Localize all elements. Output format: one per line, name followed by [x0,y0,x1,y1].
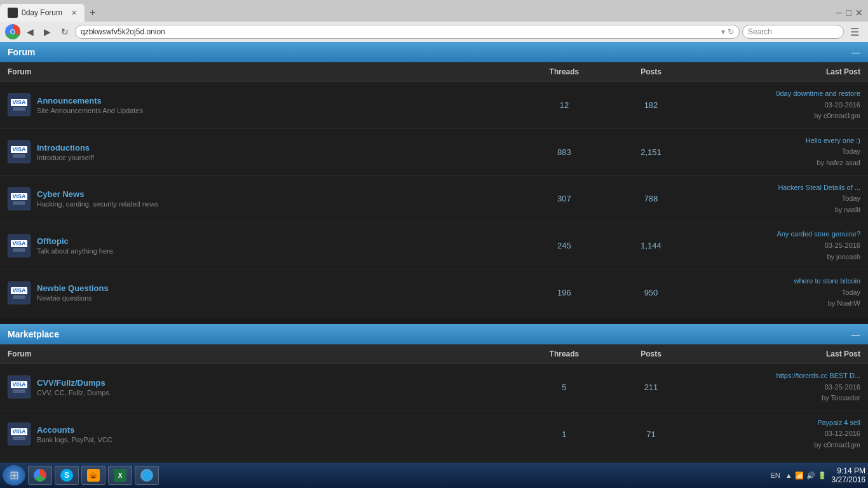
battery-icon: 🔋 [818,471,827,480]
forum-cell: VISA CVV/Fullz/Dumps CVV, CC, Fullz, Dum… [0,363,521,410]
reload-icon[interactable]: ↻ [728,27,734,36]
forward-button[interactable]: ▶ [40,25,55,38]
forum-desc: CVV, CC, Fullz, Dumps [37,389,109,396]
forum-desc: Bank logs, PayPal, VCC [37,436,112,444]
table-row: VISA CVV/Fullz/Dumps CVV, CC, Fullz, Dum… [0,363,868,410]
last-post-date: Today [702,193,860,205]
forum-name-link[interactable]: Announcements [37,96,102,105]
visa-icon: VISA [11,99,27,106]
visa-icon: VISA [11,428,27,435]
table-row: VISA Announcements Site Announcements An… [0,82,868,129]
taskbar-system-icons: ▲ 📶 🔊 🔋 [785,471,827,480]
search-placeholder: Search [748,27,772,36]
last-post-date: 03-20-2016 [702,100,860,111]
forum-info: Announcements Site Announcements And Upd… [37,96,143,114]
tab-close-button[interactable]: ✕ [71,9,77,17]
last-post-by: by c0ntrad1gm [702,111,860,122]
threads-count: 5 [521,363,608,410]
last-post-by: by hafez asad [702,158,860,169]
marketplace-table-header: Forum Threads Posts Last Post [0,344,868,364]
forum-info: Introductions Introduce yourself! [37,143,95,161]
up-arrow-icon: ▲ [785,471,792,479]
threads-count: 1 [521,410,608,458]
forum-icon: VISA [8,234,31,257]
forum-name-link[interactable]: Newbie Questions [37,283,109,293]
last-post-date: Today [702,287,860,299]
forum-name-link[interactable]: Accounts [37,425,74,435]
col-posts: Posts [607,62,695,82]
minimize-button[interactable]: ─ [836,8,843,18]
last-post-by: by c0ntrad1gm [702,440,860,451]
last-post-date: 03-25-2016 [702,382,860,393]
taskbar-time: 9:14 PM [832,466,865,475]
last-post-cell: where to store bitcoin Today by NoahW [695,269,868,316]
col-forum: Forum [0,62,521,82]
threads-count: 12 [521,82,608,129]
browser-chrome: 0day Forum ✕ + ─ □ ✕ ◀ ▶ ↻ qzbkwswfv5k2o… [0,0,868,42]
taskbar-app3-btn[interactable]: 🎃 [81,466,105,485]
posts-count: 1,144 [607,222,695,269]
forum-icon: VISA [8,423,31,445]
forum-name-link[interactable]: Offtopic [37,236,69,246]
back-button[interactable]: ◀ [23,25,37,38]
col-last-post: Last Post [695,62,868,82]
last-post-cell: Paypalz 4 sell 03-12-2016 by c0ntrad1gm [695,410,868,458]
last-post-title[interactable]: Paypalz 4 sell [702,417,860,429]
marketplace-section-collapse[interactable]: — [851,329,860,339]
forum-section-header: Forum — [0,42,868,62]
posts-count: 950 [607,269,695,316]
new-tab-button[interactable]: + [85,7,100,18]
table-row: VISA Accounts Bank logs, PayPal, VCC 1 [0,410,868,458]
address-bar[interactable]: qzbkwswfv5k2oj5d.onion ▾ ↻ [75,25,740,39]
start-button[interactable]: ⊞ [3,465,25,485]
visa-icon: VISA [11,381,27,388]
last-post-cell: Any carded store genuine? 03-25-2016 by … [695,222,868,269]
visa-icon: VISA [11,287,27,294]
forum-name-link[interactable]: CVV/Fullz/Dumps [37,378,105,388]
last-post-title[interactable]: Hackers Steal Details of ... [702,182,860,194]
page-content: Forum — Forum Threads Posts Last Post VI… [0,42,868,488]
threads-count: 883 [521,128,608,175]
forum-cell: VISA Offtopic Talk about anything here. [0,222,521,269]
taskbar-skype-btn[interactable]: S [55,466,79,485]
posts-count: 182 [607,82,695,129]
last-post-by: by Torcarder [702,393,860,404]
taskbar-globe-btn[interactable]: 🌐 [135,466,159,485]
last-post-title[interactable]: Hello every one :) [702,135,860,147]
url-text: qzbkwswfv5k2oj5d.onion [81,27,721,36]
taskbar-excel-btn[interactable]: X [108,466,132,485]
last-post-cell: Hackers Steal Details of ... Today by na… [695,175,868,222]
close-window-button[interactable]: ✕ [855,8,863,18]
last-post-by: by NoahW [702,298,860,309]
maximize-button[interactable]: □ [846,8,851,18]
forum-table: Forum Threads Posts Last Post VISA [0,62,868,316]
forum-icon: VISA [8,140,31,163]
last-post-title[interactable]: 0day downtime and restore [702,88,860,100]
network-icon: 📶 [795,471,804,480]
forum-icon: VISA [8,281,31,304]
posts-count: 788 [607,175,695,222]
forum-section-collapse[interactable]: — [851,47,860,57]
last-post-cell: https://torcrds.cc BEST D... 03-25-2016 … [695,363,868,410]
search-input[interactable]: Search [742,25,844,39]
last-post-cell: Hello every one :) Today by hafez asad [695,128,868,175]
browser-menu-button[interactable]: ☰ [846,25,863,39]
last-post-title[interactable]: where to store bitcoin [702,276,860,287]
forum-cell: VISA Announcements Site Announcements An… [0,82,521,129]
refresh-button[interactable]: ↻ [57,25,72,38]
forum-cell: VISA Accounts Bank logs, PayPal, VCC [0,410,521,458]
table-row: VISA Newbie Questions Newbie questions 1… [0,269,868,316]
table-row: VISA Offtopic Talk about anything here. … [0,222,868,269]
active-tab[interactable]: 0day Forum ✕ [0,4,85,22]
last-post-title[interactable]: https://torcrds.cc BEST D... [702,370,860,382]
forum-name-link[interactable]: Introductions [37,143,90,152]
dropdown-icon[interactable]: ▾ [721,27,725,36]
forum-name-link[interactable]: Cyber News [37,189,84,199]
taskbar-chrome-btn[interactable] [28,466,52,485]
table-row: VISA Cyber News Hacking, carding, securi… [0,175,868,222]
marketplace-section-title: Marketplace [8,329,59,339]
last-post-by: by joncash [702,252,860,263]
last-post-title[interactable]: Any carded store genuine? [702,229,860,240]
nav-bar: ◀ ▶ ↻ qzbkwswfv5k2oj5d.onion ▾ ↻ Search … [0,22,868,42]
tab-favicon [8,8,18,18]
